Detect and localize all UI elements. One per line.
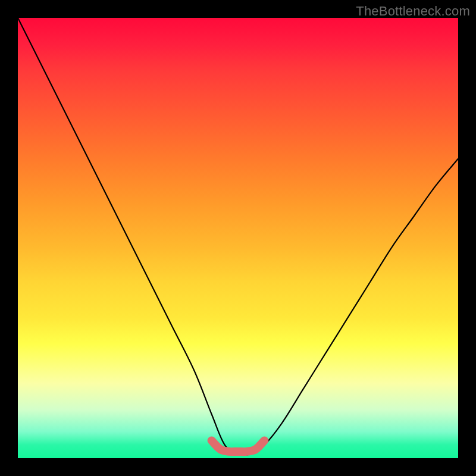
bottleneck-curve [18,18,458,455]
chart-svg [18,18,458,458]
plot-area [18,18,458,458]
chart-frame: TheBottleneck.com [0,0,476,476]
watermark-text: TheBottleneck.com [356,4,470,19]
bottleneck-floor [212,440,265,452]
